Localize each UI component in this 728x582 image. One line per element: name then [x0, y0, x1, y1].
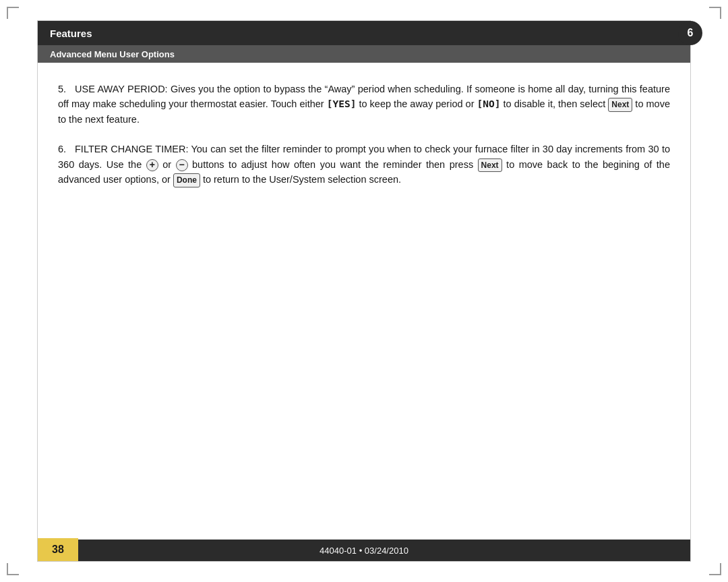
corner-top-left	[7, 7, 19, 19]
footer-bar: 38 44040-01 • 03/24/2010	[38, 540, 690, 561]
footer-page-number: 38	[52, 544, 64, 556]
sub-header-title: Advanced Menu User Options	[50, 49, 175, 59]
page-num-box: 38	[38, 538, 78, 561]
next-button-item5: Next	[608, 98, 632, 112]
item6-text5: to return to the User/System selection s…	[200, 174, 401, 185]
item5-text3: to disable it, then select	[501, 98, 609, 109]
page-number: 6	[688, 27, 694, 39]
corner-top-right	[709, 7, 721, 19]
header-title: Features	[50, 28, 92, 39]
next-button-item6: Next	[478, 158, 502, 173]
corner-bottom-right	[709, 563, 721, 575]
item5-no: [NO]	[477, 98, 501, 109]
page-outer: Features 6 Advanced Menu User Options 5.…	[37, 20, 691, 562]
page-number-circle: 6	[678, 21, 702, 45]
item6-paragraph: 6. FILTER CHANGE TIMER: You can set the …	[58, 142, 670, 187]
corner-bottom-left	[7, 563, 19, 575]
item6-text2: or	[158, 159, 176, 170]
item6-number: 6.	[58, 144, 66, 154]
footer-text: 44040-01 • 03/24/2010	[320, 546, 408, 556]
item5-paragraph: 5. USE AWAY PERIOD: Gives you the option…	[58, 82, 670, 127]
item5-number: 5.	[58, 84, 66, 94]
plus-button-item6: +	[146, 159, 158, 171]
item6-text3: buttons to adjust how often you want the…	[188, 159, 478, 170]
item5-text2: to keep the away period or	[356, 98, 477, 109]
done-button-item6: Done	[173, 173, 200, 187]
item5-yes: [YES]	[327, 98, 357, 109]
minus-button-item6: −	[176, 159, 188, 171]
content-area: 5. USE AWAY PERIOD: Gives you the option…	[38, 63, 690, 216]
item5-label: USE AWAY PERIOD:	[75, 84, 168, 94]
item6-label: FILTER CHANGE TIMER:	[75, 144, 188, 154]
header-bar: Features 6	[38, 21, 690, 45]
sub-header: Advanced Menu User Options	[38, 45, 690, 63]
